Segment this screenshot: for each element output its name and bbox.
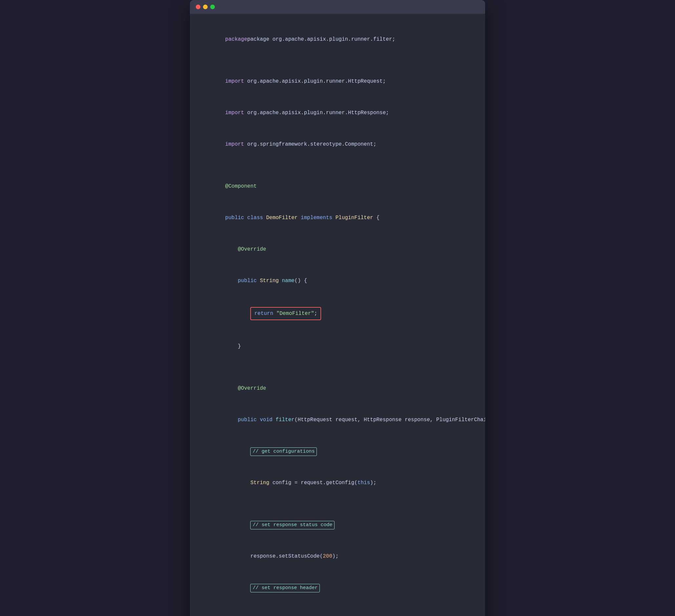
comment-get-config-line: // get configurations (206, 436, 469, 467)
string-type: String (260, 278, 279, 284)
name-method-line: public String name() { (206, 265, 469, 297)
import-line-1: import org.apache.apisix.plugin.runner.H… (206, 66, 469, 97)
comment-set-header: // set response header (250, 584, 320, 592)
space7 (273, 311, 277, 316)
space3 (297, 215, 301, 221)
name-method: name (282, 278, 294, 284)
public-keyword: public (225, 215, 244, 221)
blank-3 (206, 362, 469, 373)
filter-params: (HttpRequest request, HttpResponse respo… (295, 417, 485, 423)
space5 (257, 278, 260, 284)
space4 (332, 215, 335, 221)
indent1 (225, 246, 238, 252)
this-keyword: this (358, 480, 370, 486)
override2-line: @Override (206, 373, 469, 404)
return-value: "DemoFilter" (277, 311, 314, 316)
blank-1 (206, 55, 469, 66)
indent11 (225, 585, 250, 591)
filter-method-line: public void filter(HttpRequest request, … (206, 404, 469, 436)
import-keyword-1: import (225, 78, 244, 84)
get-config-line: String config = request.getConfig(this); (206, 467, 469, 498)
import-keyword-2: import (225, 110, 244, 116)
override-annotation-2: @Override (238, 385, 266, 391)
package-text: package org.apache.apisix.plugin.runner.… (247, 36, 395, 42)
indent10 (225, 553, 250, 559)
void-keyword: void (260, 417, 272, 423)
package-keyword: package (225, 36, 247, 42)
package-line: packagepackage org.apache.apisix.plugin.… (206, 24, 469, 55)
string-type-2: String (250, 480, 269, 486)
indent7 (225, 448, 250, 454)
indent2 (225, 278, 238, 284)
class-decl-line: public class DemoFilter implements Plugi… (206, 202, 469, 234)
public-kw-2: public (238, 278, 257, 284)
indent4: } (225, 343, 241, 349)
import-text-1: org.apache.apisix.plugin.runner.HttpRequ… (244, 78, 386, 84)
annotation-component: @Component (225, 183, 257, 189)
annotation-component-line: @Component (206, 170, 469, 202)
class-open: { (373, 215, 379, 221)
space1 (244, 215, 247, 221)
return-highlight-box: return "DemoFilter"; (250, 307, 321, 320)
indent3 (225, 311, 250, 316)
import-line-2: import org.apache.apisix.plugin.runner.H… (206, 97, 469, 129)
import-keyword-3: import (225, 141, 244, 147)
return-line: return "DemoFilter"; (206, 297, 469, 331)
class-name: DemoFilter (266, 215, 297, 221)
method-parens: () { (295, 278, 307, 284)
config-assign: config = request.getConfig( (269, 480, 358, 486)
indent5 (225, 385, 238, 391)
set-header-line: response.setHeader("X-Resp-A6-Runner", "… (206, 604, 469, 616)
space8 (257, 417, 260, 423)
public-kw-3: public (238, 417, 257, 423)
maximize-button[interactable] (210, 5, 215, 9)
blank-4 (206, 498, 469, 509)
space9 (273, 417, 276, 423)
blank-2 (206, 160, 469, 170)
comment-set-status-line: // set response status code (206, 509, 469, 541)
return-semi: ; (314, 311, 317, 316)
close-name-method: } (206, 331, 469, 362)
set-status-post: ); (332, 553, 339, 559)
status-code: 200 (323, 553, 332, 559)
indent8 (225, 480, 250, 486)
override1-line: @Override (206, 234, 469, 265)
filter-method-name: filter (276, 417, 295, 423)
space6 (279, 278, 282, 284)
set-status-line: response.setStatusCode(200); (206, 541, 469, 572)
implements-keyword: implements (301, 215, 332, 221)
class-keyword: class (247, 215, 263, 221)
space2 (263, 215, 266, 221)
comment-set-status: // set response status code (250, 521, 334, 529)
titlebar (190, 0, 485, 14)
override-annotation-1: @Override (238, 246, 266, 252)
comment-get-config: // get configurations (250, 447, 317, 456)
comment-set-header-line: // set response header (206, 572, 469, 604)
import-line-3: import org.springframework.stereotype.Co… (206, 129, 469, 160)
close-button[interactable] (196, 5, 201, 9)
code-window: packagepackage org.apache.apisix.plugin.… (190, 0, 485, 616)
minimize-button[interactable] (203, 5, 208, 9)
indent9 (225, 522, 250, 528)
return-keyword: return (254, 311, 273, 316)
indent6 (225, 417, 238, 423)
code-editor: packagepackage org.apache.apisix.plugin.… (190, 14, 485, 616)
import-text-2: org.apache.apisix.plugin.runner.HttpResp… (244, 110, 389, 116)
set-status-pre: response.setStatusCode( (250, 553, 323, 559)
config-close: ); (370, 480, 376, 486)
import-text-3: org.springframework.stereotype.Component… (244, 141, 376, 147)
interface-name: PluginFilter (335, 215, 373, 221)
